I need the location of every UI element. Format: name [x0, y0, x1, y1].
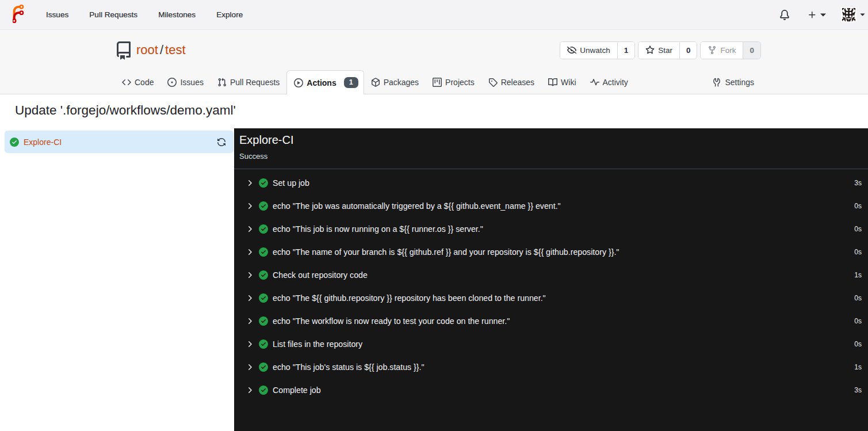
play-icon — [294, 78, 303, 87]
repo-path-separator: / — [160, 43, 163, 58]
navbar-link-explore[interactable]: Explore — [206, 0, 253, 29]
step-row-8[interactable]: List files in the repository0s — [234, 333, 868, 356]
chevron-right-icon[interactable] — [245, 270, 254, 280]
step-success-icon — [259, 224, 268, 234]
chevron-right-icon[interactable] — [245, 201, 254, 211]
step-duration: 0s — [854, 317, 862, 325]
tag-icon — [488, 78, 498, 87]
tab-activity[interactable]: Activity — [583, 70, 635, 94]
repo-tabs: CodeIssuesPull RequestsActions1PackagesP… — [107, 70, 761, 94]
chevron-right-icon[interactable] — [245, 178, 254, 188]
step-row-2[interactable]: echo "The job was automatically triggere… — [234, 194, 868, 218]
star-button-group: Star0 — [638, 41, 697, 59]
step-success-icon — [259, 340, 268, 349]
step-name: List files in the repository — [273, 340, 362, 349]
step-duration: 0s — [854, 340, 862, 348]
step-duration: 3s — [854, 386, 862, 394]
navbar-link-issues[interactable]: Issues — [36, 0, 79, 29]
repo-forked-icon — [708, 45, 717, 55]
step-success-icon — [259, 270, 268, 280]
chevron-right-icon[interactable] — [245, 224, 254, 234]
forgejo-logo-icon[interactable] — [13, 5, 24, 23]
step-success-icon — [259, 247, 268, 257]
package-icon — [371, 78, 380, 87]
repo-owner-link[interactable]: root — [136, 43, 158, 58]
top-navbar: IssuesPull RequestsMilestonesExplore — [0, 0, 868, 30]
navbar-link-milestones[interactable]: Milestones — [148, 0, 206, 29]
chevron-right-icon[interactable] — [245, 363, 254, 372]
step-name: echo "The ${{ github.repository }} repos… — [273, 293, 546, 303]
run-view: Update '.forgejo/workflows/demo.yaml' Ex… — [0, 102, 868, 431]
step-duration: 1s — [854, 271, 862, 279]
job-name: Explore-CI — [24, 138, 62, 147]
book-icon — [548, 78, 557, 87]
step-row-3[interactable]: echo "This job is now running on a ${{ r… — [234, 218, 868, 241]
fork-button-group: Fork0 — [700, 41, 761, 59]
tab-settings[interactable]: Settings — [705, 70, 761, 94]
step-row-5[interactable]: Check out repository code1s — [234, 264, 868, 287]
repo-icon — [114, 41, 133, 60]
fork-button[interactable]: Fork — [701, 42, 743, 59]
tab-releases[interactable]: Releases — [481, 70, 541, 94]
star-icon — [645, 45, 655, 55]
job-steps-list: Set up job3secho "The job was automatica… — [234, 169, 868, 402]
unwatch-button[interactable]: Unwatch — [560, 42, 618, 59]
repo-header: root / test Unwatch1Star0Fork0 CodeIssue… — [0, 30, 868, 94]
job-log-status: Success — [239, 152, 868, 161]
step-row-7[interactable]: echo "The workflow is now ready to test … — [234, 310, 868, 333]
step-success-icon — [259, 386, 268, 395]
notifications-bell-icon[interactable] — [779, 10, 790, 20]
run-title: Update '.forgejo/workflows/demo.yaml' — [15, 102, 868, 118]
job-item-explore-ci[interactable]: Explore-CI — [5, 131, 234, 153]
step-duration: 0s — [854, 294, 862, 302]
tab-code[interactable]: Code — [115, 70, 160, 94]
step-row-4[interactable]: echo "The name of your branch is ${{ git… — [234, 241, 868, 264]
tab-pull-requests[interactable]: Pull Requests — [211, 70, 286, 94]
step-duration: 3s — [854, 179, 862, 187]
chevron-right-icon[interactable] — [245, 293, 254, 303]
jobs-sidebar: Explore-CI — [0, 128, 234, 431]
job-log-header: Explore-CI Success — [234, 128, 868, 169]
eye-closed-icon — [567, 45, 576, 55]
navbar-right — [779, 0, 865, 29]
tab-projects[interactable]: Projects — [426, 70, 481, 94]
repo-title: root / test — [114, 41, 186, 60]
create-new-button[interactable] — [808, 10, 826, 20]
chevron-right-icon[interactable] — [245, 316, 254, 326]
step-row-1[interactable]: Set up job3s — [234, 171, 868, 194]
navbar-links: IssuesPull RequestsMilestonesExplore — [36, 0, 253, 29]
step-name: Complete job — [273, 386, 321, 395]
job-success-icon — [10, 138, 19, 147]
step-success-icon — [259, 316, 268, 326]
step-name: echo "The workflow is now ready to test … — [273, 316, 510, 326]
fork-count[interactable]: 0 — [743, 42, 760, 59]
tab-packages[interactable]: Packages — [364, 70, 426, 94]
navbar-link-pull-requests[interactable]: Pull Requests — [79, 0, 148, 29]
star-count[interactable]: 0 — [680, 42, 697, 59]
issue-opened-icon — [167, 78, 177, 87]
step-row-6[interactable]: echo "The ${{ github.repository }} repos… — [234, 287, 868, 310]
step-row-10[interactable]: Complete job3s — [234, 379, 868, 402]
unwatch-count[interactable]: 1 — [618, 42, 635, 59]
repo-name-link[interactable]: test — [165, 43, 185, 58]
tab-issues[interactable]: Issues — [160, 70, 210, 94]
tools-icon — [712, 78, 721, 87]
star-button[interactable]: Star — [638, 42, 680, 59]
tab-wiki[interactable]: Wiki — [541, 70, 583, 94]
step-duration: 0s — [854, 225, 862, 233]
step-name: echo "The name of your branch is ${{ git… — [273, 247, 619, 257]
tab-actions[interactable]: Actions1 — [286, 70, 364, 94]
code-icon — [122, 78, 131, 87]
job-rerun-icon[interactable] — [217, 138, 226, 147]
step-name: echo "The job was automatically triggere… — [273, 201, 561, 211]
step-duration: 0s — [854, 202, 862, 210]
step-row-9[interactable]: echo "This job's status is ${{ job.statu… — [234, 356, 868, 379]
actions-count-badge: 1 — [344, 77, 358, 88]
user-menu[interactable] — [841, 7, 865, 22]
job-log-title: Explore-CI — [239, 133, 868, 147]
step-name: Check out repository code — [273, 270, 368, 280]
plus-icon — [808, 10, 817, 20]
chevron-right-icon[interactable] — [245, 340, 254, 349]
chevron-right-icon[interactable] — [245, 247, 254, 257]
chevron-right-icon[interactable] — [245, 386, 254, 395]
